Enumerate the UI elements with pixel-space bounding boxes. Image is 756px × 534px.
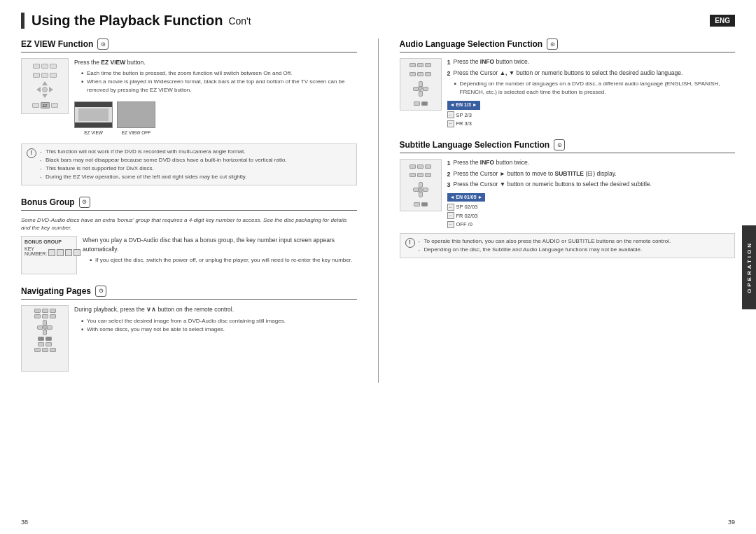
sub-lang-entry-1: ↔ SP 02/03 [447,203,736,211]
remote-ez-view-button: EZ [41,102,50,108]
audio-language-title: Audio Language Selection Function [400,39,543,49]
screen-off-label: EZ VIEW OFF [117,129,155,136]
subtitle-language-title: Subtitle Language Selection Function [400,140,550,150]
audio-lang-highlight: ◄ EN 1/3 ► [447,101,480,110]
column-divider [378,38,379,383]
ez-view-screen-off: EZ VIEW OFF [117,101,155,136]
remote-dpad [36,81,53,98]
audio-remote-row-2 [410,72,431,76]
sub-remote-btn [410,173,416,177]
audio-step-1: 1 Press the INFO button twice. [447,58,736,67]
subtitle-language-text: 1 Press the INFO button twice. 2 Press t… [447,159,736,229]
audio-language-section: Audio Language Selection Function ⊙ [400,38,736,128]
ez-view-bullets: Each time the button is pressed, the zoo… [81,69,357,94]
sub-step-3: 3 Press the Cursor ▼ button or numeric b… [447,181,736,190]
audio-language-text: 1 Press the INFO button twice. 2 Press t… [447,58,736,128]
nav-icon: ∨∧ [146,306,156,313]
subtitle-language-content: 1 Press the INFO button twice. 2 Press t… [400,159,736,229]
sub-dpad-down [419,192,423,197]
nav-remote-button [50,314,56,318]
nav-remote-button [34,348,41,352]
operation-label: OPERATION [746,241,752,293]
nav-remote-button [46,342,52,346]
key-input-boxes [48,249,80,256]
audio-remote-dpad [413,81,428,97]
audio-dpad-down [419,91,423,97]
bonus-img-key: KEY NUMBER: [24,246,74,256]
bonus-group-bullet-list: If you eject the disc, switch the power … [90,256,357,265]
bonus-img-label1: BONUS GROUP [24,239,74,244]
sub-lang-display: ◄ EN 01/05 ► ↔ SP 02/03 ↔ FR 02/03 ↔ [447,192,736,228]
navigating-pages-icon: ⊙ [95,286,106,297]
sub-step-2: 2 Press the Cursor ► button to move to S… [447,170,736,179]
remote-button [32,103,39,108]
subtitle-language-header: Subtitle Language Selection Function ⊙ [400,139,736,153]
note-item-2: Black bars may not disappear because som… [40,156,287,164]
key-box-3 [65,249,72,256]
audio-remote-btn [421,101,428,106]
ez-view-text: Press the EZ VIEW button. Each time the … [74,58,357,139]
audio-lang-flag-1: ↔ [447,111,454,118]
sub-lang-entry-2: ↔ FR 02/03 [447,212,736,220]
tv-screen-off [117,101,155,128]
screen-content [78,108,108,121]
sub-remote-btn [421,202,428,206]
sub-lang-flag-2: ↔ [447,212,454,219]
sub-lang-label-1: SP 02/03 [456,203,478,211]
bonus-group-text: When you play a DVD-Audio disc that has … [83,236,357,265]
bonus-group-icon: ⊙ [79,197,90,208]
black-bar-bottom [75,122,112,127]
navigating-pages-title: Navigating Pages [21,286,91,296]
ez-view-screens: EZ VIEW EZ VIEW OFF [74,101,357,136]
ez-view-title: EZ VIEW Function [21,39,93,49]
screen-off-content [118,102,155,127]
note-item-3: This feature is not supported for DivX d… [40,164,287,173]
eng-badge: ENG [710,15,735,27]
audio-remote-btn [425,63,431,67]
dpad-down-arrow [42,94,48,98]
sub-dpad-center [418,188,423,192]
sub-remote-btn [425,164,431,169]
bonus-group-image: BONUS GROUP KEY NUMBER: [21,236,77,274]
ez-view-screen-on: EZ VIEW [74,101,113,136]
audio-lang-entry-1: ↔ SP 2/3 [447,111,736,119]
navigating-remote-image [21,305,69,372]
remote-button [41,64,48,69]
audio-dpad-right [423,87,428,91]
audio-remote-btn [414,101,420,106]
nav-remote-button [38,337,44,341]
audio-lang-display: ◄ EN 1/3 ► ↔ SP 2/3 ↔ FR 3/3 [447,100,736,127]
key-box-4 [74,249,80,256]
subtitle-language-section: Subtitle Language Selection Function ⊙ [400,139,736,258]
audio-bullet: Depending on the number of languages on … [454,80,736,97]
nav-bullet-2: With some discs, you may not be able to … [81,325,357,334]
operation-sidebar: OPERATION [742,225,756,309]
ez-view-bullet-1: Each time the button is pressed, the zoo… [81,69,357,78]
bonus-group-italic-note: Some DVD-Audio discs have an extra 'bonu… [21,216,357,232]
sub-lang-label-3: OFF /0 [456,220,472,228]
nav-remote-row-5 [34,348,56,352]
sub-remote-dpad [413,182,428,197]
navigating-pages-text: During playback, press the ∨∧ button on … [74,305,357,334]
nav-remote-button [50,348,56,352]
sub-step-1: 1 Press the INFO button twice. [447,159,736,168]
ez-view-bullet-2: When a movie is played in Widescreen for… [81,78,357,94]
sub-remote-btn [414,202,420,206]
key-box-1 [48,249,55,256]
ez-view-icon: ⊙ [97,38,108,50]
remote-button [41,73,48,78]
nav-remote-row-4 [38,342,52,346]
ez-view-note-list: This function will not work if the DVD i… [40,148,287,181]
audio-language-icon: ⊙ [547,38,558,50]
sub-dpad-right [423,188,428,192]
sub-lang-flag-1: ↔ [447,204,454,211]
sub-dpad-up [419,182,423,188]
remote-button [51,103,58,108]
audio-language-remote [400,58,442,111]
main-title-suffix: Con't [228,15,251,27]
tv-screen-on [74,101,113,128]
ez-view-note: ! This function will not work if the DVD… [21,143,357,185]
dpad-left-arrow [36,87,41,92]
remote-button [50,64,57,69]
note-icon: ! [27,148,36,158]
